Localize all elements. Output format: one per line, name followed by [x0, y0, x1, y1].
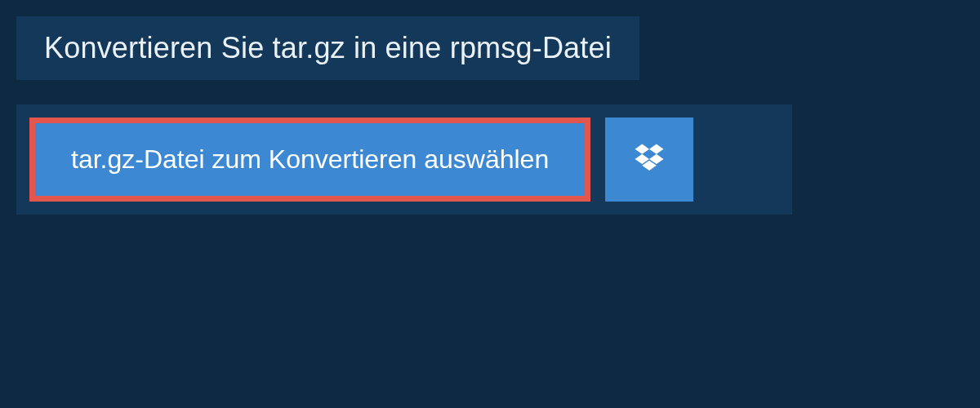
- page-title: Konvertieren Sie tar.gz in eine rpmsg-Da…: [44, 31, 612, 64]
- select-file-button[interactable]: tar.gz-Datei zum Konvertieren auswählen: [35, 123, 585, 196]
- dropbox-button[interactable]: [605, 118, 693, 202]
- dropbox-icon: [632, 141, 666, 179]
- title-bar: Konvertieren Sie tar.gz in eine rpmsg-Da…: [16, 16, 639, 80]
- select-file-highlight-frame: tar.gz-Datei zum Konvertieren auswählen: [29, 118, 590, 202]
- select-file-label: tar.gz-Datei zum Konvertieren auswählen: [71, 144, 549, 175]
- converter-panel: Konvertieren Sie tar.gz in eine rpmsg-Da…: [0, 0, 980, 408]
- action-row: tar.gz-Datei zum Konvertieren auswählen: [16, 104, 792, 215]
